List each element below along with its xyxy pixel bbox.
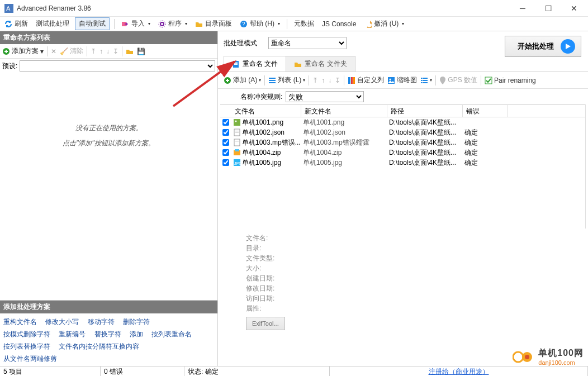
method-link[interactable]: 添加 [130, 328, 143, 340]
move-up-button[interactable]: ↑ [321, 77, 325, 84]
minimize-button[interactable]: ─ [510, 0, 535, 17]
svg-rect-28 [234, 119, 240, 126]
main-area: 重命名方案列表 添加方案▾ ✕ 🧹清除 ⤒ ↑ ↓ ↧ 💾 预设: 没有正在使用… [0, 31, 588, 367]
col-path[interactable]: 路径 [387, 105, 463, 117]
autotest-menu[interactable]: 自动测试 [75, 17, 110, 30]
svg-point-29 [235, 121, 237, 122]
plus-icon [2, 47, 10, 55]
links-row: 按列表替换字符 文件名内按分隔符互换内容 [3, 340, 214, 353]
svg-rect-11 [234, 64, 238, 65]
svg-point-3 [160, 22, 164, 26]
method-link[interactable]: 按列表替换字符 [3, 340, 50, 353]
undo-menu[interactable]: 撤消 (U)▾ [362, 18, 406, 30]
file-icon [232, 60, 240, 68]
register-link[interactable]: 注册给（商业用途） [429, 368, 489, 375]
row-checkbox[interactable] [222, 129, 229, 136]
pair-renaming-button[interactable]: Pair renaming [485, 77, 536, 84]
display-options-button[interactable]: ▾ [420, 77, 432, 84]
list-menu-button[interactable]: 列表 (L)▾ [268, 75, 305, 85]
gps-button[interactable]: GPS 数值 [439, 75, 477, 85]
svg-rect-26 [423, 82, 428, 83]
start-batch-button[interactable]: 开始批处理 [505, 36, 581, 57]
preset-row: 预设: [0, 59, 217, 73]
thumbnail-button[interactable]: 缩略图 [387, 75, 417, 85]
svg-rect-32 [235, 132, 239, 132]
left-panel: 重命名方案列表 添加方案▾ ✕ 🧹清除 ⤒ ↑ ↓ ↧ 💾 预设: 没有正在使用… [0, 31, 218, 367]
conflict-select[interactable]: 失败 [286, 91, 364, 102]
tab-files[interactable]: 重命名 文件 [224, 56, 286, 72]
method-link[interactable]: 替换字符 [94, 328, 121, 340]
table-header: 文件名 新文件名 路径 错误 [220, 105, 585, 117]
row-checkbox[interactable] [222, 149, 229, 156]
svg-text:A: A [6, 5, 11, 12]
col-error[interactable]: 错误 [463, 105, 508, 117]
custom-columns-button[interactable]: 自定义列 [348, 75, 384, 85]
svg-rect-10 [234, 63, 238, 64]
folder-panel-menu[interactable]: 目录面板 [193, 18, 234, 30]
import-menu[interactable]: 导入▾ [119, 18, 153, 30]
mode-select[interactable]: 重命名 [268, 37, 347, 49]
delete-method-button[interactable]: ✕ [51, 47, 56, 55]
separator [264, 75, 265, 85]
method-link[interactable]: 重构文件名 [3, 316, 37, 328]
import-icon [121, 20, 129, 28]
file-details: 文件名: 目录: 文件类型: 大小: 创建日期: 修改日期: 访问日期: 属性:… [218, 229, 588, 335]
jsconsole-menu[interactable]: JS Console [320, 19, 358, 29]
open-preset-button[interactable] [126, 47, 134, 55]
test-batch-menu[interactable]: 测试批处理 [34, 18, 72, 30]
tab-folders[interactable]: 重命名 文件夹 [286, 56, 355, 72]
add-method-button[interactable]: 添加方案▾ [2, 46, 44, 56]
move-bottom-button[interactable]: ↧ [335, 77, 340, 84]
clear-methods-button[interactable]: 🧹清除 [60, 46, 83, 56]
statusbar: 5 项目 0 错误 状态: 确定 注册给（商业用途） [0, 366, 588, 376]
method-link[interactable]: 按列表重命名 [151, 328, 192, 340]
method-link[interactable]: 删除字符 [123, 316, 150, 328]
method-link[interactable]: 从文件名两端修剪 [3, 353, 57, 365]
svg-rect-22 [423, 78, 428, 79]
method-link[interactable]: 重新编号 [59, 328, 86, 340]
svg-rect-33 [234, 139, 240, 146]
svg-point-40 [513, 352, 523, 362]
preset-select[interactable] [20, 60, 215, 72]
help-menu[interactable]: ?帮助 (H)▾ [238, 18, 282, 30]
method-link[interactable]: 文件名内按分隔符互换内容 [59, 340, 139, 353]
table-row[interactable]: JPG单机1005.jpg单机1005.jpgD:\tools\桌面\4K壁纸.… [220, 158, 585, 168]
method-link[interactable]: 修改大小写 [45, 316, 79, 328]
window-title: Advanced Renamer 3.86 [17, 4, 510, 12]
row-checkbox[interactable] [222, 139, 229, 146]
table-row[interactable]: 单机1002.json单机1002.jsonD:\tools\桌面\4K壁纸..… [220, 127, 585, 137]
move-top-button[interactable]: ⤒ [91, 47, 96, 55]
gear-icon [158, 20, 166, 28]
move-top-button[interactable]: ⤒ [312, 77, 318, 84]
separator [481, 75, 481, 85]
program-menu[interactable]: 程序▾ [156, 18, 189, 30]
refresh-menu[interactable]: 刷新 [2, 18, 30, 30]
table-row[interactable]: 单机1004.zip单机1004.zipD:\tools\桌面\4K壁纸...确… [220, 147, 585, 158]
col-newname[interactable]: 新文件名 [301, 105, 387, 117]
move-down-button[interactable]: ↓ [106, 47, 110, 55]
files-toolbar: 添加 (A)▾ 列表 (L)▾ ⤒ ↑ ↓ ↧ 自定义列 缩略图 ▾ GPS 数… [218, 72, 588, 89]
method-link[interactable]: 按模式删除字符 [3, 328, 50, 340]
move-bottom-button[interactable]: ↧ [113, 47, 118, 55]
separator [122, 46, 122, 56]
method-link[interactable]: 移动字符 [88, 316, 115, 328]
save-preset-button[interactable]: 💾 [137, 47, 145, 55]
methods-header: 重命名方案列表 [0, 31, 217, 44]
exiftool-button[interactable]: ExifTool... [246, 317, 285, 330]
table-row[interactable]: 单机1003.mp错误...单机1003.mp错误蠕霆D:\tools\桌面\4… [220, 137, 585, 147]
svg-rect-9 [234, 62, 238, 63]
svg-rect-25 [421, 82, 423, 83]
table-row[interactable]: 单机1001.png单机1001.pngD:\tools\桌面\4K壁纸... [220, 117, 585, 127]
conflict-row: 名称冲突规则: 失败 [218, 89, 588, 104]
svg-rect-34 [235, 141, 239, 141]
move-down-button[interactable]: ↓ [328, 77, 331, 84]
add-files-button[interactable]: 添加 (A)▾ [224, 75, 261, 85]
row-checkbox[interactable] [222, 159, 229, 166]
maximize-button[interactable]: ☐ [535, 0, 561, 17]
col-filename[interactable]: 文件名 [231, 105, 301, 117]
svg-rect-24 [423, 80, 428, 81]
metadata-menu[interactable]: 元数据 [292, 18, 316, 30]
close-button[interactable]: ✕ [561, 0, 587, 17]
move-up-button[interactable]: ↑ [99, 47, 103, 55]
row-checkbox[interactable] [222, 119, 229, 126]
